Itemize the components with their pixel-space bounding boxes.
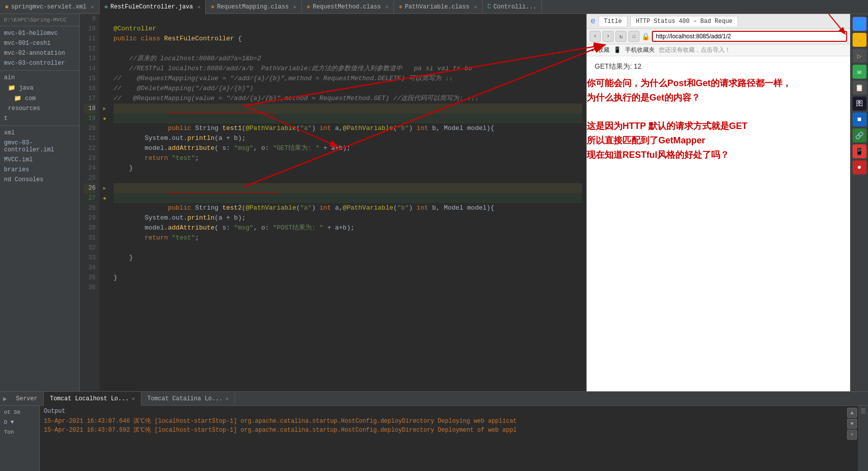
code-line-25 — [114, 173, 582, 183]
bottom-left-panel: ot Se D ▼ Ton — [0, 406, 40, 471]
code-line-34 — [114, 263, 582, 273]
bottom-tab-close-2[interactable]: ✕ — [226, 396, 229, 402]
bottom-left-item-ton[interactable]: Ton — [0, 428, 39, 437]
bottom-tab-tomcat-localhost[interactable]: Tomcat Localhost Lo... ✕ — [44, 392, 141, 406]
code-line-30: model.addAttribute( s: "msg", o: "POST结果… — [114, 223, 582, 233]
code-content[interactable]: @Controller public class RestFuleControl… — [110, 14, 586, 391]
bottom-menu-icon[interactable]: ☰ — [861, 408, 866, 415]
code-line-14: //RESTful localhost:8080/add/a/b PathVar… — [114, 64, 582, 74]
code-line-28 — [114, 203, 582, 213]
lock-icon: 🔒 — [641, 32, 650, 41]
tab-pathvariable[interactable]: ◈ PathVariable.class ✕ — [394, 0, 483, 14]
code-line-12 — [114, 44, 582, 54]
gutter-area: ▶ ◈ ▶ ◈ — [100, 14, 110, 391]
code-line-32 — [114, 243, 582, 253]
sidebar-item-com[interactable]: 📁 com — [0, 93, 79, 104]
tab-springmvc-servlet[interactable]: ◈ springmvc-servlet.xml ✕ — [0, 0, 100, 14]
browser-tab-title[interactable]: Title — [599, 16, 627, 26]
right-icon-blue[interactable]: ■ — [853, 113, 867, 126]
output-line-1: 15-Apr-2021 16:43:07.646 淇℃伅 [localhost-… — [44, 417, 842, 426]
java-icon-2: C — [488, 3, 491, 10]
sidebar-item-ain[interactable]: ain — [0, 73, 79, 83]
output-header: Output — [44, 408, 842, 415]
class-icon-2: ◈ — [307, 3, 310, 10]
folder-icon-2: 📁 — [14, 95, 25, 102]
get-result: GET结果为: 12 — [595, 62, 842, 71]
bottom-left-item-0[interactable]: ot Se — [0, 408, 39, 417]
sidebar-item-mvcc-iml[interactable]: MVCC.iml — [0, 155, 79, 165]
sidebar-item-iml[interactable]: gmvc-03-controller.iml — [0, 138, 79, 155]
main-area: D:\EAPC\Spring-MVCC mvc-01-hellomvc mvc-… — [0, 14, 868, 391]
browser-refresh-btn[interactable]: ↻ — [616, 31, 626, 42]
tab-restfulecontroller[interactable]: ◈ RestFuleController.java ✕ — [100, 0, 206, 14]
sidebar-item-xml[interactable]: xml — [0, 128, 79, 138]
code-line-23: return "test"; — [114, 153, 582, 163]
browser-tab-status[interactable]: HTTP Status 400 – Bad Reque — [630, 16, 738, 26]
bottom-tab-close-1[interactable]: ✕ — [132, 396, 135, 402]
right-icon-play[interactable]: ▷ — [853, 49, 867, 63]
class-icon-3: ◈ — [399, 3, 402, 10]
bottom-content: ot Se D ▼ Ton Output 15-Apr-2021 16:43:0… — [0, 406, 868, 471]
right-icon-star[interactable]: ★ — [853, 33, 867, 47]
code-line-33: } — [114, 253, 582, 263]
code-line-16: // @DeleteMapping("/add/{a}/{b}") — [114, 84, 582, 94]
bottom-tab-tomcat-catalina[interactable]: Tomcat Catalina Lo... ✕ — [141, 392, 235, 406]
sidebar-path: D:\EAPC\Spring-MVCC — [0, 14, 79, 26]
sidebar: D:\EAPC\Spring-MVCC mvc-01-hellomvc mvc-… — [0, 14, 80, 391]
browser-panel: e Title HTTP Status 400 – Bad Reque ‹ › … — [586, 14, 850, 391]
code-line-35: } — [114, 273, 582, 283]
right-icon-dark[interactable]: 图 — [853, 97, 867, 111]
add-btn[interactable]: + — [847, 430, 857, 440]
expand-icon[interactable]: ▶ — [0, 395, 10, 403]
right-icon-red-circle[interactable]: ● — [853, 160, 867, 174]
sidebar-item-mvc02[interactable]: mvc-02-annotation — [0, 48, 79, 58]
browser-forward-btn[interactable]: › — [603, 31, 614, 42]
bottom-tabs: ▶ Server Tomcat Localhost Lo... ✕ Tomcat… — [0, 392, 868, 406]
code-line-22: model.addAttribute( s: "msg", o: "GET结果为… — [114, 143, 582, 153]
scroll-up-btn[interactable]: ▲ — [847, 408, 857, 418]
tab-requestmapping[interactable]: ◈ RequestMapping.class ✕ — [206, 0, 301, 14]
browser-content: GET结果为: 12 你可能会问，为什么Post和Get的请求路径都一样， 为什… — [587, 56, 850, 391]
tab-close-3[interactable]: ✕ — [385, 4, 388, 10]
browser-back-btn[interactable]: ‹ — [590, 31, 601, 42]
sidebar-item-mvc01[interactable]: mvc-01-hellomvc — [0, 28, 79, 38]
sidebar-item-java[interactable]: 📁 java — [0, 83, 79, 93]
sidebar-item-braries[interactable]: braries — [0, 165, 79, 175]
sidebar-divider — [0, 70, 79, 71]
bottom-left-item-1[interactable]: D ▼ — [0, 418, 39, 427]
bottom-tab-server[interactable]: Server — [10, 392, 44, 406]
sidebar-item-resources[interactable]: resources — [0, 104, 79, 114]
right-icon-mail[interactable]: ✉ — [853, 65, 867, 79]
browser-toolbar: ‹ › ↻ ⌂ 🔒 — [587, 29, 850, 44]
right-icon-clip[interactable]: 📋 — [853, 81, 867, 95]
tab-requestmethod[interactable]: ◈ RequestMethod.class ✕ — [302, 0, 394, 14]
code-line-10: @Controller — [114, 24, 582, 34]
code-line-31: return "test"; — [114, 233, 582, 243]
code-line-9 — [114, 14, 582, 24]
tab-close-2[interactable]: ✕ — [293, 4, 296, 10]
tab-close-1[interactable]: ✕ — [197, 4, 200, 10]
code-line-27: public String test2(@PathVariable("a") i… — [114, 193, 582, 203]
right-icon-phone[interactable]: 📱 — [853, 144, 867, 158]
right-icon-globe[interactable]: 🌐 — [853, 17, 867, 31]
folder-icon: 📁 — [8, 85, 19, 92]
annotation-text: 你可能会问，为什么Post和Get的请求路径都一样， 为什么执行的是Get的内容… — [587, 76, 845, 162]
url-bar[interactable] — [652, 31, 847, 42]
browser-home-btn[interactable]: ⌂ — [628, 31, 639, 42]
tab-controlli[interactable]: C Controlli... — [483, 0, 542, 14]
browser-bookmarks: ★ 收藏 📱 手机收藏夹 您还没有收藏，点击导入！ — [587, 44, 850, 56]
line-numbers: 9 10 11 12 13 14 15 16 17 18 19 20 21 22… — [80, 14, 100, 391]
bottom-arrows-panel: ▲ ▼ + — [846, 406, 858, 471]
bottom-output: Output 15-Apr-2021 16:43:07.646 淇℃伅 [loc… — [40, 406, 846, 471]
sidebar-item-t[interactable]: t — [0, 114, 79, 123]
tab-close-0[interactable]: ✕ — [91, 4, 94, 10]
right-icon-link[interactable]: 🔗 — [853, 128, 867, 142]
sidebar-item-nd-consoles[interactable]: nd Consoles — [0, 175, 79, 185]
tab-bar: ◈ springmvc-servlet.xml ✕ ◈ RestFuleCont… — [0, 0, 868, 14]
sidebar-item-mvc001[interactable]: mvc-001-ceshi — [0, 38, 79, 48]
tab-close-4[interactable]: ✕ — [474, 4, 477, 10]
xml-icon: ◈ — [5, 3, 8, 10]
sidebar-item-mvc03[interactable]: mvc-03-controller — [0, 58, 79, 68]
scroll-down-btn[interactable]: ▼ — [847, 419, 857, 429]
code-line-24: } — [114, 163, 582, 173]
